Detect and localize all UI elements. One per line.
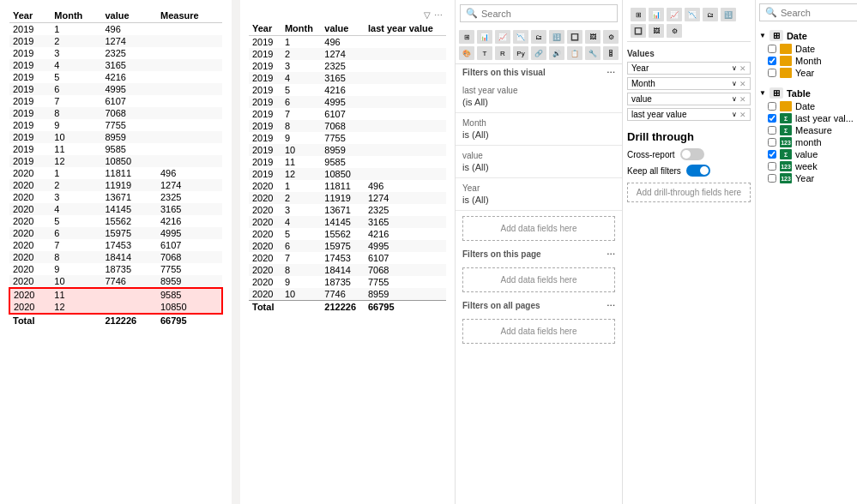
mid-col-header-year: Year: [249, 21, 281, 36]
values-toolbar-icon-2[interactable]: 📈: [667, 8, 682, 21]
field-item-last_year_val[interactable]: Σlast year val...: [759, 112, 857, 124]
fields-search-input[interactable]: [781, 8, 857, 18]
values-toolbar-icon-7[interactable]: 🖼: [649, 24, 664, 38]
toolbar-icon-11[interactable]: R: [495, 46, 510, 60]
toolbar-icon-16[interactable]: 🔧: [585, 46, 601, 60]
keep-all-toggle[interactable]: [686, 165, 710, 177]
values-toolbar-icon-1[interactable]: 📊: [649, 8, 664, 21]
filter-item-value[interactable]: valueis (All): [456, 146, 622, 178]
field-checkbox-year[interactable]: [768, 174, 776, 183]
more-options-page-icon[interactable]: ⋯: [607, 249, 615, 259]
field-item-date[interactable]: Date: [759, 100, 857, 112]
filter-item-value: (is All): [462, 97, 615, 107]
left-table-row: 2020119585: [9, 288, 222, 301]
values-toolbar-icon-6[interactable]: 🔲: [631, 24, 646, 38]
left-table-row: 201987068: [9, 107, 222, 119]
toolbar-icon-5[interactable]: 🔢: [549, 30, 564, 44]
filter-item-year[interactable]: Yearis (All): [456, 178, 622, 211]
add-data-fields-visual[interactable]: Add data fields here: [462, 216, 615, 241]
field-label: last year val...: [795, 113, 854, 123]
dropdown-chevron: ∨: [732, 80, 737, 87]
field-item-year[interactable]: Year: [759, 67, 857, 79]
field-item-measure[interactable]: ΣMeasure: [759, 124, 857, 136]
expand-arrow[interactable]: ▼: [759, 32, 766, 39]
add-drillthrough-fields[interactable]: Add drill-through fields here: [627, 183, 751, 202]
field-item-date[interactable]: Date: [759, 43, 857, 55]
values-toolbar-icon-3[interactable]: 📉: [685, 8, 700, 21]
mid-table-row: 201987068: [249, 120, 446, 132]
remove-value-btn[interactable]: ✕: [739, 95, 746, 104]
more-icon[interactable]: ⋯: [434, 10, 443, 20]
values-toolbar-icon-4[interactable]: 🗂: [703, 8, 718, 21]
toolbar-icon-8[interactable]: ⚙: [603, 30, 619, 44]
field-checkbox-date[interactable]: [768, 102, 776, 111]
left-data-table: YearMonthvalueMeasure 201914962019212742…: [9, 9, 223, 327]
fields-section-title-date[interactable]: ▼ ⊞ Date: [759, 28, 857, 43]
field-item-year[interactable]: 123Year: [759, 172, 857, 184]
values-toolbar-icon-0[interactable]: ⊞: [631, 8, 646, 21]
mid-table-row: 201976107: [249, 108, 446, 120]
toolbar-icon-17[interactable]: 🎛: [603, 46, 619, 60]
filter-item-last_year_value[interactable]: last year value(is All): [456, 81, 622, 113]
toolbar-icon-6[interactable]: 🔲: [567, 30, 582, 44]
toolbar-icon-2[interactable]: 📈: [495, 30, 510, 44]
field-item-week[interactable]: 123week: [759, 160, 857, 172]
filter-item-name: last year value: [462, 86, 615, 95]
toolbar-icon-12[interactable]: Py: [513, 46, 528, 60]
toolbar-icon-1[interactable]: 📊: [477, 30, 492, 44]
field-checkbox-measure[interactable]: [768, 126, 776, 135]
toolbar-icon-0[interactable]: ⊞: [459, 30, 474, 44]
field-type-icon-cal: [780, 68, 792, 78]
left-table-row: 2019119585: [9, 143, 222, 155]
field-checkbox-month[interactable]: [768, 138, 776, 147]
toolbar-icon-7[interactable]: 🖼: [585, 30, 601, 44]
remove-value-btn[interactable]: ✕: [739, 111, 746, 119]
value-dropdown-value[interactable]: value∨✕: [627, 93, 751, 105]
toolbar-icon-13[interactable]: 🔗: [531, 46, 546, 60]
add-data-fields-all[interactable]: Add data fields here: [462, 319, 615, 344]
field-checkbox-year[interactable]: [768, 69, 776, 77]
filters-on-all-title: Filters on all pages ⋯: [456, 297, 622, 314]
filter-search-box[interactable]: 🔍: [460, 4, 618, 22]
fields-section-title-table[interactable]: ▼ ⊞ Table: [759, 86, 857, 100]
value-dropdown-month[interactable]: Month∨✕: [627, 77, 751, 90]
field-checkbox-last_year_val...[interactable]: [768, 114, 776, 123]
remove-value-btn[interactable]: ✕: [739, 80, 746, 88]
value-dropdown-last_year_value[interactable]: last year value∨✕: [627, 108, 751, 121]
filters-on-visual-title: Filters on this visual ⋯: [456, 64, 622, 81]
values-toolbar-icon-8[interactable]: ⚙: [667, 24, 682, 38]
mid-table-row: 2020111811496: [249, 180, 446, 192]
values-toolbar-icon-5[interactable]: 🔢: [721, 8, 736, 21]
field-checkbox-month[interactable]: [768, 57, 776, 65]
toolbar-icon-9[interactable]: 🎨: [459, 46, 474, 60]
left-table-row: 201943165: [9, 59, 222, 71]
field-item-month[interactable]: 123month: [759, 136, 857, 148]
left-table-row: 20204141453165: [9, 203, 222, 215]
remove-value-btn[interactable]: ✕: [739, 64, 746, 73]
toolbar-icon-15[interactable]: 📋: [567, 46, 582, 60]
more-options-all-icon[interactable]: ⋯: [607, 301, 615, 310]
field-checkbox-value[interactable]: [768, 150, 776, 159]
filter-icon[interactable]: ▽: [424, 10, 431, 20]
filter-search-input[interactable]: [481, 9, 612, 19]
section-icon: ⊞: [769, 87, 783, 99]
middle-data-table: YearMonthvaluelast year value 2019149620…: [249, 21, 446, 313]
filter-item-month[interactable]: Monthis (All): [456, 113, 622, 146]
toolbar-icon-14[interactable]: 🔊: [549, 46, 564, 60]
field-checkbox-week[interactable]: [768, 162, 776, 171]
toolbar-icon-4[interactable]: 🗂: [531, 30, 546, 44]
toolbar-icon-10[interactable]: T: [477, 46, 492, 60]
more-options-icon[interactable]: ⋯: [607, 68, 615, 77]
expand-arrow[interactable]: ▼: [759, 89, 766, 97]
fields-search-box[interactable]: 🔍: [759, 3, 857, 21]
cross-report-toggle[interactable]: [680, 148, 704, 160]
add-data-fields-page[interactable]: Add data fields here: [462, 267, 615, 292]
field-checkbox-date[interactable]: [768, 45, 776, 53]
value-dropdown-year[interactable]: Year∨✕: [627, 62, 751, 75]
field-item-month[interactable]: Month: [759, 55, 857, 67]
left-table-row: 20208184147068: [9, 251, 222, 263]
toolbar-icon-3[interactable]: 📉: [513, 30, 528, 44]
left-col-header-measure: Measure: [157, 9, 222, 23]
field-item-value[interactable]: Σvalue: [759, 148, 857, 160]
search-icon: 🔍: [466, 8, 478, 19]
